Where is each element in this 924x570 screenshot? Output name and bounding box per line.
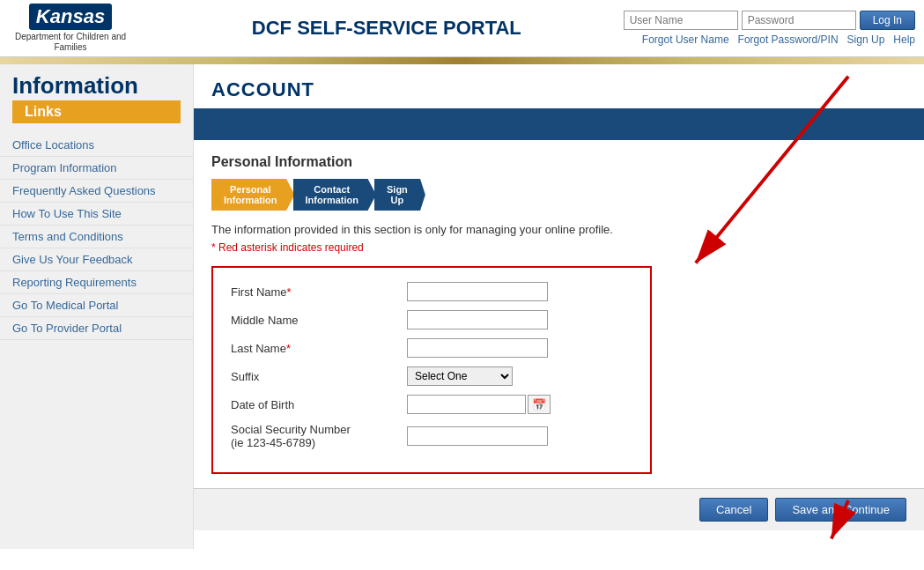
sidebar-item-terms[interactable]: Terms and Conditions [0, 226, 193, 248]
account-title: ACCOUNT [211, 78, 906, 101]
header-right: Log In Forgot User Name Forgot Password/… [624, 11, 915, 46]
sidebar-item-feedback[interactable]: Give Us Your Feedback [0, 248, 193, 271]
forgot-password-link[interactable]: Forgot Password/PIN [738, 33, 839, 46]
sidebar-item-medical-portal[interactable]: Go To Medical Portal [0, 294, 193, 317]
step-buttons: PersonalInformation ContactInformation S… [211, 179, 906, 211]
dob-row: Date of Birth 📅 [231, 395, 632, 414]
forgot-username-link[interactable]: Forgot User Name [642, 33, 729, 46]
state-logo: Kansas [29, 4, 112, 30]
sidebar-header: Information Links [0, 64, 193, 125]
suffix-select[interactable]: Select One Jr. Sr. II III IV [407, 366, 513, 386]
step-personal-information[interactable]: PersonalInformation [211, 179, 295, 211]
password-input[interactable] [742, 11, 856, 30]
page-header: Kansas Department for Children and Famil… [0, 0, 924, 57]
sidebar-navigation: Office Locations Program Information Fre… [0, 134, 193, 340]
portal-title: DCF SELF-SERVICE PORTAL [132, 17, 624, 40]
bottom-action-bar: Cancel Save and Continue [194, 488, 924, 530]
first-name-row: First Name* [231, 282, 632, 301]
first-name-input[interactable] [407, 282, 548, 301]
content-blue-bar [194, 108, 924, 140]
dept-name: Department for Children and Families [9, 32, 132, 53]
middle-name-input[interactable] [407, 310, 548, 329]
sidebar-item-how-to-use[interactable]: How To Use This Site [0, 203, 193, 226]
ssn-label: Social Security Number (ie 123-45-6789) [231, 423, 407, 449]
signup-link[interactable]: Sign Up [847, 33, 885, 46]
content-area: ACCOUNT Personal Information PersonalInf… [194, 64, 924, 549]
logo-area: Kansas Department for Children and Famil… [9, 4, 132, 53]
dob-label: Date of Birth [231, 398, 407, 411]
sidebar-links-label: Links [12, 100, 181, 123]
last-name-row: Last Name* [231, 338, 632, 358]
last-name-required-marker: * [286, 342, 291, 355]
middle-name-label: Middle Name [231, 314, 407, 327]
dob-input[interactable] [407, 395, 526, 414]
section-title: Personal Information [211, 154, 906, 170]
calendar-button[interactable]: 📅 [528, 395, 551, 414]
first-name-required-marker: * [287, 285, 292, 299]
step-contact-information[interactable]: ContactInformation [293, 179, 377, 211]
account-header: ACCOUNT [194, 64, 924, 108]
login-row: Log In [624, 11, 915, 30]
sidebar-item-faq[interactable]: Frequently Asked Questions [0, 180, 193, 203]
first-name-label: First Name* [231, 285, 407, 299]
nav-decoration-bar [0, 57, 924, 64]
last-name-label: Last Name* [231, 342, 407, 355]
middle-name-row: Middle Name [231, 310, 632, 329]
save-continue-button[interactable]: Save and Continue [775, 498, 906, 522]
suffix-row: Suffix Select One Jr. Sr. II III IV [231, 366, 632, 386]
sidebar-item-program-information[interactable]: Program Information [0, 157, 193, 180]
main-container: Information Links Office Locations Progr… [0, 64, 924, 549]
ssn-row: Social Security Number (ie 123-45-6789) [231, 423, 632, 449]
username-input[interactable] [624, 11, 738, 30]
info-text: The information provided in this section… [211, 223, 906, 236]
sidebar-item-provider-portal[interactable]: Go To Provider Portal [0, 317, 193, 340]
cancel-button[interactable]: Cancel [699, 498, 768, 522]
required-note: * Red asterisk indicates required [211, 241, 906, 254]
login-button[interactable]: Log In [860, 11, 915, 30]
ssn-input[interactable] [407, 426, 548, 446]
header-links: Forgot User Name Forgot Password/PIN Sig… [642, 33, 915, 46]
personal-info-form: First Name* Middle Name Last Name* [211, 266, 652, 474]
suffix-label: Suffix [231, 370, 407, 383]
personal-info-section: Personal Information PersonalInformation… [194, 140, 924, 488]
sidebar: Information Links Office Locations Progr… [0, 64, 194, 549]
dob-wrapper: 📅 [407, 395, 551, 414]
step-sign-up[interactable]: SignUp [374, 179, 425, 211]
help-link[interactable]: Help [893, 33, 915, 46]
sidebar-item-reporting[interactable]: Reporting Requirements [0, 271, 193, 294]
last-name-input[interactable] [407, 338, 548, 358]
sidebar-info-title: Information [12, 73, 181, 99]
sidebar-item-office-locations[interactable]: Office Locations [0, 134, 193, 157]
